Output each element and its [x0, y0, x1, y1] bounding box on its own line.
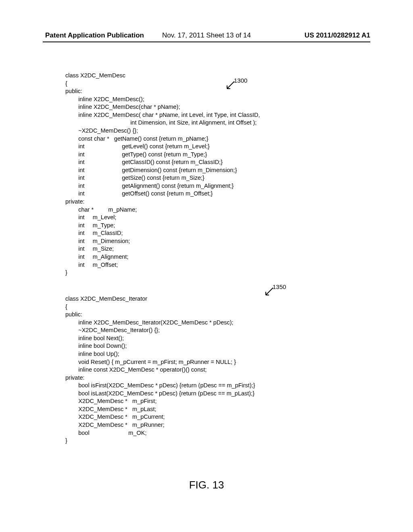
header-right: US 2011/0282912 A1 — [305, 31, 370, 39]
code-listing-iterator: class X2DC_MemDesc_Iterator { public: in… — [65, 295, 255, 445]
page-header: Patent Application Publication Nov. 17, … — [0, 31, 413, 39]
code-listing-memdesc: class X2DC_MemDesc { public: inline X2DC… — [65, 72, 260, 277]
header-left: Patent Application Publication — [45, 31, 144, 39]
header-center: Nov. 17, 2011 Sheet 13 of 14 — [162, 31, 251, 39]
arrow-icon — [264, 287, 274, 297]
figure-caption: FIG. 13 — [0, 479, 413, 491]
reference-numeral-1350: 1350 — [273, 283, 286, 290]
header-rule — [43, 42, 370, 42]
